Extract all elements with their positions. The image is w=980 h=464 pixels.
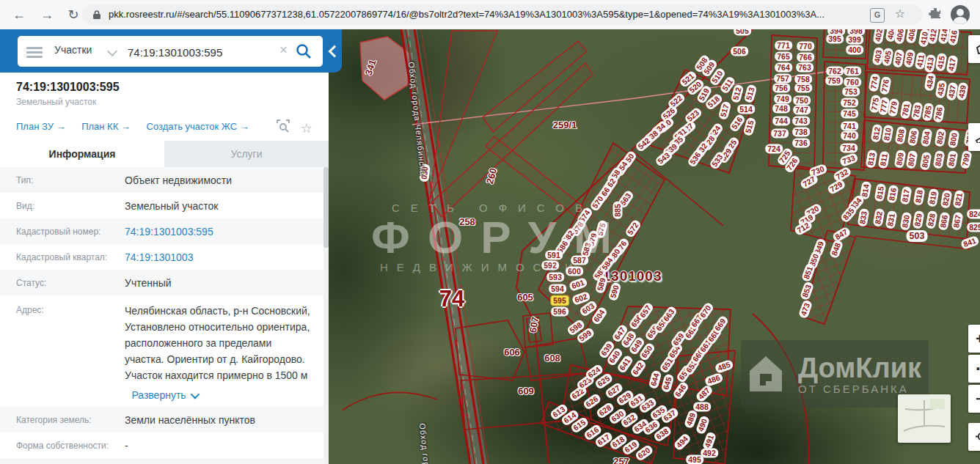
parcel-label-417[interactable]: 417 [946,55,959,73]
parcel-label-514[interactable]: 514 [737,105,755,114]
parcel-label-759[interactable]: 759 [825,76,843,86]
parcel-label-816[interactable]: 816 [887,185,899,203]
parcel-label-851[interactable]: 851 [801,263,816,283]
expand-address-link[interactable]: Развернуть [0,385,329,407]
parcel-label-512[interactable]: 512 [731,84,745,103]
parcel-label-415[interactable]: 415 [935,53,948,71]
parcel-label-747[interactable]: 747 [793,106,811,115]
parcel-label-750[interactable]: 750 [793,96,811,106]
parcel-label-853[interactable]: 853 [800,281,814,301]
profile-avatar[interactable] [951,5,970,24]
parcel-label-779[interactable]: 779 [888,98,900,117]
refresh-icon[interactable]: ↻ [65,6,82,23]
parcel-label-805[interactable]: 805 [920,152,932,170]
panel-scrollbar[interactable] [323,167,329,464]
parcel-label-885[interactable]: 885 [613,202,623,219]
parcel-label-833[interactable]: 833 [858,208,870,227]
menu-hamburger-icon[interactable] [26,45,43,58]
quarter-label-609[interactable]: 609 [518,386,534,397]
address-bar[interactable]: pkk.rosreestr.ru/#/search/55.11090677371… [82,4,923,25]
quarter-label-606[interactable]: 606 [504,347,520,358]
parcel-label-494[interactable]: 494 [673,432,692,452]
parcel-label-825[interactable]: 825 [967,223,980,232]
translate-icon[interactable]: G [870,8,885,23]
back-icon[interactable]: ← [10,6,28,23]
parcel-label-765[interactable]: 765 [775,52,792,62]
map-canvas[interactable]: 341259/126025874130100360560660760860950… [342,29,980,464]
parcel-label-809[interactable]: 809 [894,150,907,168]
parcel-label-485[interactable]: 485 [714,359,734,374]
parcel-label-752[interactable]: 752 [841,98,858,108]
favorite-star-icon[interactable]: ☆ [301,121,312,136]
parcel-label-829[interactable]: 829 [913,210,925,229]
clear-search-icon[interactable]: × [279,42,288,58]
parcel-label-755[interactable]: 755 [794,84,812,93]
search-input[interactable] [126,42,283,62]
parcel-label-776[interactable]: 776 [880,76,892,95]
parcel-label-821[interactable]: 821 [953,190,965,208]
parcel-label-473[interactable]: 473 [798,300,813,320]
scrollbar-thumb[interactable] [323,167,329,248]
parcel-label-740[interactable]: 740 [841,131,858,141]
parcel-label-727[interactable]: 727 [800,173,819,190]
parcel-label-488[interactable]: 488 [693,402,711,412]
parcel-label-761[interactable]: 761 [844,67,861,76]
quarter-label-258[interactable]: 258 [459,216,475,227]
parcel-label-813[interactable]: 813 [866,150,878,168]
locate-me-button[interactable] [968,423,980,451]
forward-icon[interactable]: → [38,6,56,23]
parcel-label-743[interactable]: 743 [792,117,810,126]
parcel-label-763[interactable]: 763 [796,63,813,73]
parcel-label-536[interactable]: 536 [687,149,704,169]
parcel-label-786[interactable]: 786 [933,104,946,122]
parcel-label-830[interactable]: 830 [900,212,913,230]
parcel-label-841[interactable]: 841 [960,235,980,250]
parcel-label-817[interactable]: 817 [900,186,913,205]
parcel-label-744[interactable]: 744 [772,117,790,126]
parcel-label-505[interactable]: 505 [734,29,751,36]
parcel-label-803[interactable]: 803 [933,150,946,169]
parcel-label-593[interactable]: 593 [546,273,564,282]
plan-zu-link[interactable]: План ЗУ → [16,121,66,132]
parcel-label-515[interactable]: 515 [743,117,757,136]
field-value-link[interactable]: 74:19:1301003:595 [125,226,221,237]
search-on-map-icon[interactable] [277,122,293,135]
parcel-label-737[interactable]: 737 [771,129,789,139]
parcel-label-820[interactable]: 820 [940,190,953,208]
parcel-label-736[interactable]: 736 [792,139,810,148]
create-zhs-link[interactable]: Создать участок ЖС → [147,121,249,132]
parcel-label-748[interactable]: 748 [772,104,790,114]
parcel-label-781[interactable]: 781 [900,100,913,119]
parcel-label-811[interactable]: 811 [878,151,891,169]
parcel-label-644[interactable]: 644 [648,370,662,389]
parcel-label-492[interactable]: 492 [701,449,718,458]
parcel-label-733[interactable]: 733 [839,152,859,167]
parcel-label-815[interactable]: 815 [874,183,887,202]
parcel-label-867[interactable]: 867 [951,212,964,230]
parcel-label-596[interactable]: 596 [551,307,568,317]
collapse-panel-button[interactable] [329,43,340,60]
parcel-label-395[interactable]: 395 [826,34,844,44]
bookmark-star-icon[interactable]: ☆ [895,7,905,21]
parcel-label-402[interactable]: 402 [873,29,885,45]
parcel-label-762[interactable]: 762 [826,67,844,76]
parcel-label-587[interactable]: 587 [571,256,588,265]
parcel-label-400[interactable]: 400 [846,45,863,55]
quarter-label-257[interactable]: 257 [613,456,629,464]
quarter-label-259/1[interactable]: 259/1 [553,119,577,130]
url-text[interactable]: pkk.rosreestr.ru/#/search/55.11090677371… [109,9,886,20]
parcel-label-785[interactable]: 785 [922,103,935,121]
parcel-label-712[interactable]: 712 [794,219,813,236]
parcel-label-819[interactable]: 819 [927,188,940,207]
parcel-label-848[interactable]: 848 [829,240,844,259]
parcel-label-774[interactable]: 774 [869,73,881,92]
parcel-label-495[interactable]: 495 [686,455,703,464]
parcel-label-818[interactable]: 818 [913,187,926,205]
quarter-label-607[interactable]: 607 [527,316,541,334]
map-tool-measure-button[interactable] [968,123,980,151]
parcel-label-801[interactable]: 801 [946,150,959,169]
parcel-label-591[interactable]: 591 [545,251,563,260]
lock-icon[interactable] [92,10,101,23]
parcel-label-749[interactable]: 749 [774,95,791,104]
parcel-label-405[interactable]: 405 [882,48,894,66]
